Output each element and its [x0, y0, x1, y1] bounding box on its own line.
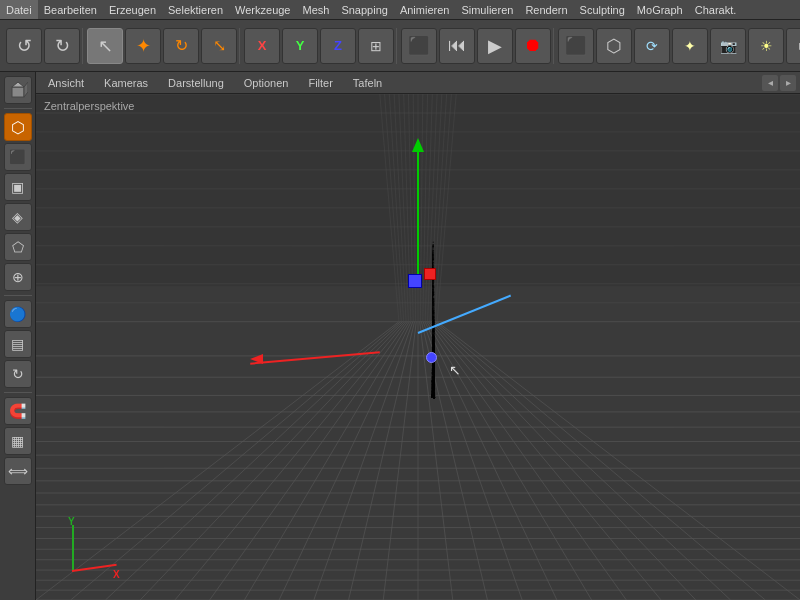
camera-button[interactable]: 📷	[710, 28, 746, 64]
viewport-nav-left[interactable]: ◂	[762, 75, 778, 91]
coord-z-button[interactable]: Z	[320, 28, 356, 64]
sculpt-tool-6[interactable]: ⊕	[4, 263, 32, 291]
viewport-darstellung[interactable]: Darstellung	[160, 76, 232, 90]
select-tools-group: ↖ ✦ ↻ ⤡	[85, 28, 240, 64]
sculpt-tool-7[interactable]: 🔵	[4, 300, 32, 328]
menu-animieren[interactable]: Animieren	[394, 0, 456, 19]
menu-rendern[interactable]: Rendern	[519, 0, 573, 19]
viewport-kameras[interactable]: Kameras	[96, 76, 156, 90]
symmetry-button[interactable]: ⟺	[4, 457, 32, 485]
display-button[interactable]: ⬡	[786, 28, 800, 64]
menu-erzeugen[interactable]: Erzeugen	[103, 0, 162, 19]
left-sidebar: ⬡ ⬛ ▣ ◈ ⬠ ⊕ 🔵 ▤ ↻ 🧲 ▦ ⟺	[0, 72, 36, 600]
keyframe-button[interactable]: ⬛	[401, 28, 437, 64]
scale-tool-button[interactable]: ⤡	[201, 28, 237, 64]
move-tool-button[interactable]: ✦	[125, 28, 161, 64]
sculpt-tool-3[interactable]: ▣	[4, 173, 32, 201]
gizmo-red-handle[interactable]	[424, 268, 436, 280]
cube-button[interactable]: ⬛	[558, 28, 594, 64]
grid-button[interactable]: ▦	[4, 427, 32, 455]
viewport-optionen[interactable]: Optionen	[236, 76, 297, 90]
particles-button[interactable]: ✦	[672, 28, 708, 64]
svg-rect-0	[12, 87, 24, 97]
gizmo-y-arrow	[417, 144, 419, 274]
menu-sculpting[interactable]: Sculpting	[574, 0, 631, 19]
light-button[interactable]: ☀	[748, 28, 784, 64]
menu-simulieren[interactable]: Simulieren	[455, 0, 519, 19]
viewport-nav-right[interactable]: ▸	[780, 75, 796, 91]
menu-datei[interactable]: Datei	[0, 0, 38, 19]
viewport-ansicht[interactable]: Ansicht	[40, 76, 92, 90]
gizmo-x-arrowhead	[250, 354, 263, 364]
nurbs-button[interactable]: ⬡	[596, 28, 632, 64]
undo-button[interactable]: ↺	[6, 28, 42, 64]
gizmo-top-handle[interactable]	[408, 274, 422, 288]
menu-selektieren[interactable]: Selektieren	[162, 0, 229, 19]
redo-button[interactable]: ↻	[44, 28, 80, 64]
coord-all-button[interactable]: ⊞	[358, 28, 394, 64]
x-axis-label: X	[113, 569, 120, 580]
svg-marker-2	[24, 82, 28, 97]
play-button[interactable]: ▶	[477, 28, 513, 64]
select-tool-button[interactable]: ↖	[87, 28, 123, 64]
sculpt-tool-4[interactable]: ◈	[4, 203, 32, 231]
coord-x-button[interactable]: X	[244, 28, 280, 64]
sculpt-tool-1[interactable]: ⬡	[4, 113, 32, 141]
scene[interactable]: Zentralperspektive Y X	[36, 94, 800, 600]
menu-snapping[interactable]: Snapping	[335, 0, 394, 19]
coord-y-button[interactable]: Y	[282, 28, 318, 64]
menu-bar: Datei Bearbeiten Erzeugen Selektieren We…	[0, 0, 800, 20]
svg-marker-1	[12, 82, 24, 87]
menu-bearbeiten[interactable]: Bearbeiten	[38, 0, 103, 19]
viewport: Ansicht Kameras Darstellung Optionen Fil…	[36, 72, 800, 600]
main-toolbar: ↺ ↻ ↖ ✦ ↻ ⤡ X Y Z ⊞ ⬛ ⏮ ▶ ⏺ ⬛ ⬡ ⟳ ✦ 📷 ☀ …	[0, 20, 800, 72]
viewport-header: Ansicht Kameras Darstellung Optionen Fil…	[36, 72, 800, 94]
sculpt-tool-9[interactable]: ↻	[4, 360, 32, 388]
menu-charakt[interactable]: Charakt.	[689, 0, 743, 19]
deform-button[interactable]: ⟳	[634, 28, 670, 64]
viewport-label: Zentralperspektive	[44, 100, 135, 112]
play-back-button[interactable]: ⏮	[439, 28, 475, 64]
animation-group: ⬛ ⏮ ▶ ⏺	[399, 28, 554, 64]
y-axis-label: Y	[68, 516, 75, 527]
object-tools-group: ⬛ ⬡ ⟳ ✦ 📷 ☀ ⬡ ⬠	[556, 28, 800, 64]
viewport-filter[interactable]: Filter	[300, 76, 340, 90]
menu-werkzeuge[interactable]: Werkzeuge	[229, 0, 296, 19]
viewport-tafeln[interactable]: Tafeln	[345, 76, 390, 90]
sculpt-tool-5[interactable]: ⬠	[4, 233, 32, 261]
cursor: ↖	[449, 362, 461, 378]
undo-redo-group: ↺ ↻	[4, 28, 83, 64]
viewport-cube[interactable]	[4, 76, 32, 104]
sculpt-tool-8[interactable]: ▤	[4, 330, 32, 358]
main-area: ⬡ ⬛ ▣ ◈ ⬠ ⊕ 🔵 ▤ ↻ 🧲 ▦ ⟺ Ansicht Kameras …	[0, 72, 800, 600]
sculpt-tool-2[interactable]: ⬛	[4, 143, 32, 171]
viewport-nav-side: ◂ ▸	[762, 75, 796, 91]
snap-button[interactable]: 🧲	[4, 397, 32, 425]
menu-mesh[interactable]: Mesh	[296, 0, 335, 19]
menu-mograph[interactable]: MoGraph	[631, 0, 689, 19]
record-button[interactable]: ⏺	[515, 28, 551, 64]
gizmo-y-arrowhead	[412, 138, 424, 152]
coord-group: X Y Z ⊞	[242, 28, 397, 64]
rotate-tool-button[interactable]: ↻	[163, 28, 199, 64]
